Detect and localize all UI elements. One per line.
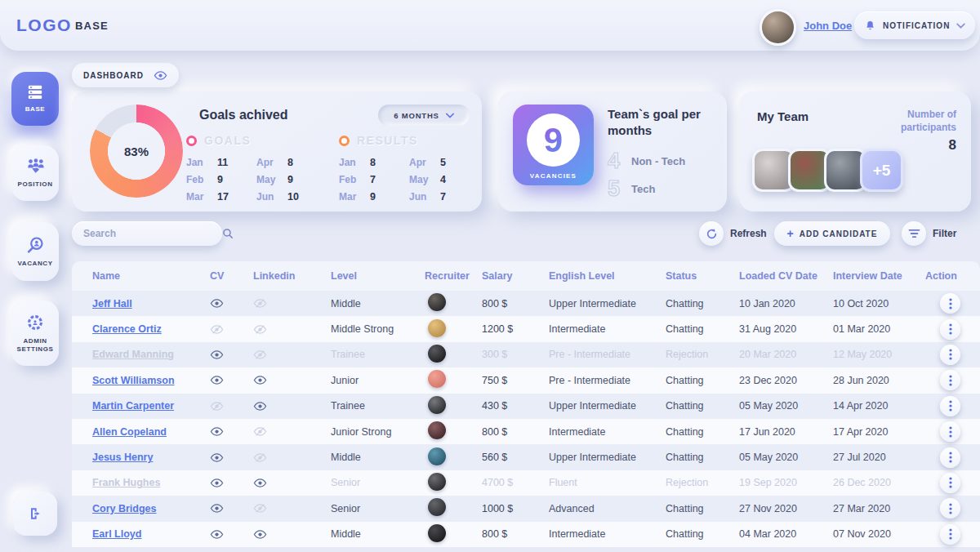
cv-eye-icon[interactable] — [210, 296, 224, 310]
linkedin-eye-icon[interactable] — [253, 476, 267, 490]
row-actions-button[interactable] — [940, 396, 960, 416]
recruiter-avatar[interactable] — [428, 319, 446, 337]
cell-linkedin — [253, 425, 331, 438]
period-select[interactable]: 6 MONTHS — [378, 105, 470, 126]
candidate-name-link[interactable]: Frank Hughes — [92, 477, 160, 488]
more-members-button[interactable]: +5 — [860, 149, 903, 192]
filter-button[interactable] — [902, 221, 926, 246]
column-header-action[interactable]: Action — [925, 270, 980, 282]
recruiter-avatar[interactable] — [428, 396, 446, 414]
table-row[interactable]: Jesus HenryMiddle560 $Upper Intermediate… — [72, 444, 980, 470]
table-row[interactable]: Edward ManningTrainee300 $Pre - Intermed… — [72, 342, 980, 367]
recruiter-avatar[interactable] — [428, 473, 446, 491]
cell-english-level: Upper Intermediate — [549, 452, 666, 463]
refresh-button[interactable] — [699, 221, 724, 246]
column-header-interview[interactable]: Interview Date — [833, 270, 925, 282]
candidate-name-link[interactable]: Cory Bridges — [92, 503, 157, 514]
cv-eye-off-icon[interactable] — [210, 399, 224, 413]
row-actions-button[interactable] — [940, 421, 960, 442]
recruiter-avatar[interactable] — [428, 498, 446, 516]
linkedin-eye-off-icon[interactable] — [253, 296, 267, 310]
cv-eye-icon[interactable] — [210, 425, 224, 438]
column-header-recruiter[interactable]: Recruiter — [425, 270, 482, 282]
column-header-name[interactable]: Name — [92, 270, 210, 282]
dashboard-pill[interactable]: DASHBOARD — [72, 63, 179, 87]
logout-button[interactable] — [13, 492, 57, 536]
recruiter-avatar[interactable] — [428, 345, 446, 363]
month-label: Feb — [339, 174, 370, 185]
row-actions-button[interactable] — [940, 524, 960, 545]
cv-eye-icon[interactable] — [210, 476, 224, 490]
sidebar-item-vacancy[interactable]: VACANCY — [11, 222, 59, 281]
row-actions-button[interactable] — [940, 447, 960, 468]
cell-linkedin — [253, 501, 331, 515]
table-row[interactable]: Jeff HallMiddle800 $Upper IntermediateCh… — [72, 291, 980, 316]
cv-eye-icon[interactable] — [210, 348, 224, 362]
table-row[interactable]: Martin CarpenterTrainee430 $Upper Interm… — [72, 394, 980, 419]
user-avatar[interactable] — [760, 9, 796, 46]
linkedin-eye-off-icon[interactable] — [253, 323, 267, 336]
candidate-name-link[interactable]: Allen Copeland — [92, 426, 167, 438]
cv-eye-icon[interactable] — [210, 451, 224, 465]
column-header-loaded[interactable]: Loaded CV Date — [739, 270, 833, 282]
cell-status: Chatting — [666, 528, 739, 540]
cv-eye-off-icon[interactable] — [210, 323, 224, 336]
gear-icon — [25, 313, 45, 332]
table-row[interactable]: Frank HughesSenior4700 $FluentRejection1… — [72, 470, 980, 496]
cv-eye-icon[interactable] — [210, 501, 224, 515]
candidate-name-link[interactable]: Scott Williamson — [92, 375, 175, 386]
vacancies-tile[interactable]: 9 VACANCIES — [513, 105, 594, 185]
user-name-link[interactable]: John Doe — [804, 20, 852, 32]
sidebar-item-admin-settings[interactable]: ADMIN SETTINGS — [11, 300, 59, 366]
row-actions-button[interactable] — [940, 319, 960, 340]
table-row[interactable]: Cory BridgesSenior1000 $AdvancedChatting… — [72, 496, 980, 521]
linkedin-eye-off-icon[interactable] — [253, 501, 267, 515]
linkedin-eye-off-icon[interactable] — [253, 348, 267, 362]
recruiter-avatar[interactable] — [428, 370, 446, 388]
recruiter-avatar[interactable] — [428, 447, 446, 465]
cell-salary: 800 $ — [482, 426, 549, 438]
linkedin-eye-icon[interactable] — [253, 399, 267, 413]
cell-cv — [210, 296, 253, 310]
notification-button[interactable]: NOTIFICATION — [854, 11, 975, 39]
linkedin-eye-off-icon[interactable] — [253, 451, 267, 465]
tech-count: 5 — [608, 178, 620, 200]
linkedin-eye-icon[interactable] — [253, 528, 267, 541]
table-row[interactable]: Earl LloydMiddle800 $IntermediateChattin… — [72, 522, 980, 547]
column-header-linkedin[interactable]: Linkedin — [253, 270, 331, 282]
table-row[interactable]: Allen CopelandJunior Strong800 $Intermed… — [72, 419, 980, 444]
recruiter-avatar[interactable] — [428, 421, 446, 439]
eye-icon[interactable] — [154, 70, 167, 81]
row-actions-button[interactable] — [940, 498, 960, 519]
cv-eye-icon[interactable] — [210, 528, 224, 541]
cell-english-level: Pre - Intermediate — [549, 375, 666, 386]
add-candidate-button[interactable]: + ADD CANDIDATE — [774, 221, 890, 246]
row-actions-button[interactable] — [940, 370, 960, 390]
linkedin-eye-off-icon[interactable] — [253, 425, 267, 438]
candidate-name-link[interactable]: Jesus Henry — [92, 452, 153, 463]
row-actions-button[interactable] — [940, 293, 960, 314]
column-header-status[interactable]: Status — [666, 270, 739, 282]
search-input[interactable] — [82, 227, 216, 240]
candidate-name-link[interactable]: Jeff Hall — [92, 298, 132, 309]
column-header-english[interactable]: English Level — [549, 270, 666, 282]
row-actions-button[interactable] — [940, 345, 960, 365]
candidate-name-link[interactable]: Martin Carpenter — [92, 400, 174, 412]
column-header-salary[interactable]: Salary — [482, 270, 549, 282]
column-header-cv[interactable]: CV — [210, 270, 253, 282]
candidate-name-link[interactable]: Clarence Ortiz — [92, 323, 162, 335]
row-actions-button[interactable] — [940, 473, 960, 493]
table-row[interactable]: Clarence OrtizMiddle Strong1200 $Interme… — [72, 316, 980, 341]
sidebar-item-position[interactable]: POSITION — [11, 145, 59, 201]
recruiter-avatar[interactable] — [428, 293, 446, 311]
column-header-level[interactable]: Level — [331, 270, 425, 282]
candidate-name-link[interactable]: Earl Lloyd — [92, 528, 141, 540]
magnifier-icon[interactable] — [222, 228, 234, 239]
candidate-name-link[interactable]: Edward Manning — [92, 349, 174, 360]
linkedin-eye-icon[interactable] — [253, 373, 267, 387]
table-row[interactable]: Scott WilliamsonJunior750 $Pre - Interme… — [72, 367, 980, 393]
cell-action — [925, 524, 980, 545]
sidebar-item-base[interactable]: BASE — [11, 72, 59, 126]
cv-eye-icon[interactable] — [210, 373, 224, 387]
recruiter-avatar[interactable] — [428, 524, 446, 542]
